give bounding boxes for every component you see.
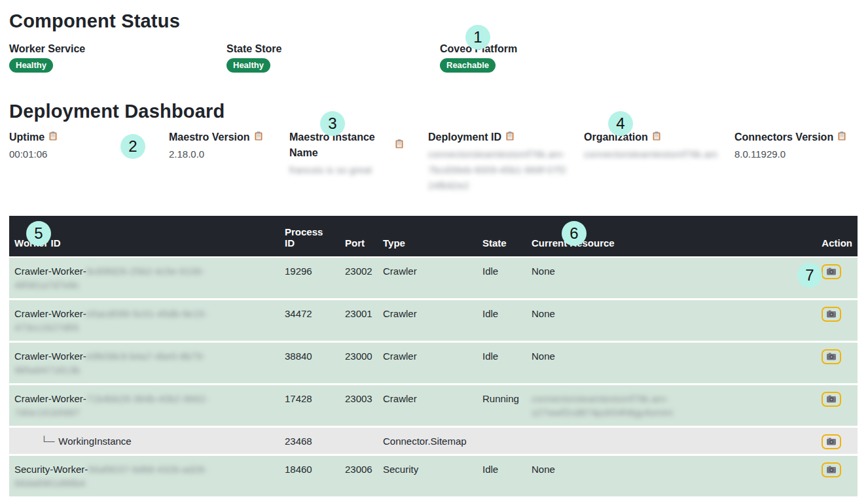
current-resource-cell: None: [526, 300, 813, 342]
snapshot-action-button[interactable]: [822, 462, 841, 477]
field-value: francois is so great: [289, 162, 420, 178]
type-cell: Connector.Sitemap: [378, 427, 477, 455]
table-row: Crawler-Worker-e5acd099-5c01-45db-9e15-4…: [9, 300, 858, 342]
state-cell: [477, 427, 526, 455]
type-cell: Crawler: [378, 342, 477, 385]
action-cell: [813, 385, 858, 427]
table-row: Crawler-Worker-e9fe58c9-b4a7-4be5-8b79-9…: [9, 342, 858, 385]
status-badge: Healthy: [9, 58, 53, 73]
field-label: Connectors Version: [734, 129, 850, 145]
status-badge: Healthy: [226, 58, 270, 73]
status-worker-service: Worker Service Healthy: [9, 43, 226, 72]
field-label-text: Uptime: [9, 129, 45, 145]
current-resource-cell: None: [526, 342, 813, 385]
worker-id-cell: └─WorkingInstance: [9, 427, 280, 455]
worker-id-cell: Crawler-Worker-71b4bb28-384b-40b2-9662-7…: [9, 385, 280, 427]
snapshot-action-button[interactable]: [822, 392, 841, 407]
process-id-cell: 18460: [280, 455, 340, 498]
field-label-text: Deployment ID: [428, 129, 501, 145]
current-resource-cell: [526, 427, 813, 455]
clipboard-icon[interactable]: [653, 129, 660, 145]
clipboard-icon[interactable]: [838, 129, 846, 145]
status-label: State Store: [226, 43, 440, 55]
annotation-circle-6: 6: [562, 221, 587, 246]
port-cell: [340, 427, 378, 455]
current-resource-cell: None: [526, 257, 813, 300]
port-cell: 23000: [340, 342, 378, 385]
status-label: Coveo Platform: [440, 43, 858, 55]
snapshot-action-button[interactable]: [822, 307, 841, 322]
snapshot-action-button[interactable]: [822, 264, 841, 279]
camera-icon: [826, 352, 837, 362]
camera-icon: [826, 465, 837, 475]
current-resource-cell: None: [526, 455, 813, 498]
worker-id-cell: Crawler-Worker-e5acd099-5c01-45db-9e15-4…: [9, 300, 280, 342]
action-cell: [813, 300, 858, 342]
worker-id-cell: Crawler-Worker-e9fe58c9-b4a7-4be5-8b79-9…: [9, 342, 280, 385]
annotation-circle-4: 4: [608, 111, 633, 136]
worker-id-text: Security-Worker-: [14, 464, 88, 475]
clipboard-icon[interactable]: [506, 129, 514, 145]
annotation-circle-3: 3: [320, 111, 345, 136]
snapshot-action-button[interactable]: [822, 434, 841, 449]
field-maestro-version: Maestro Version2.18.0.0: [169, 129, 289, 216]
field-connectors-version: Connectors Version8.0.11929.0: [734, 129, 858, 216]
status-coveo-platform: Coveo Platform Reachable: [440, 43, 858, 72]
field-maestro-instance-name: Maestro Instance Namefrancois is so grea…: [289, 129, 428, 216]
annotation-circle-1: 1: [465, 25, 490, 50]
col-header-type: Type: [378, 216, 477, 257]
type-cell: Security: [378, 455, 477, 498]
col-header-state: State: [477, 216, 526, 257]
clipboard-icon[interactable]: [395, 137, 403, 153]
state-cell: Running: [477, 385, 526, 427]
state-cell: Idle: [477, 455, 526, 498]
table-row: └─WorkingInstance23468Connector.Sitemap: [9, 427, 858, 455]
status-state-store: State Store Healthy: [226, 43, 440, 72]
clipboard-icon[interactable]: [255, 129, 262, 145]
camera-icon: [826, 394, 837, 405]
camera-icon: [826, 267, 837, 277]
component-status-row: Worker Service Healthy State Store Healt…: [9, 43, 858, 72]
process-id-cell: 17428: [280, 385, 340, 427]
col-header-action: Action: [813, 216, 858, 257]
snapshot-action-button[interactable]: [822, 349, 841, 364]
process-id-cell: 19296: [280, 257, 340, 300]
field-value: connectorsteamtestsmf76k.am-7bcd39eb-600…: [428, 146, 569, 194]
worker-id-text: Crawler-Worker-: [14, 266, 86, 277]
workers-table: Worker ID Process ID Port Type State Cur…: [9, 216, 858, 498]
action-cell: [813, 455, 858, 498]
table-row: Crawler-Worker-9c89fd26-25b2-4c5e-9106-4…: [9, 257, 858, 300]
table-row: Crawler-Worker-71b4bb28-384b-40b2-9662-7…: [9, 385, 858, 427]
deployment-dashboard-page: Component Status Worker Service Healthy …: [0, 9, 868, 499]
table-header-row: Worker ID Process ID Port Type State Cur…: [9, 216, 858, 257]
field-value: 2.18.0.0: [169, 146, 281, 162]
annotation-circle-5: 5: [26, 221, 51, 246]
action-cell: [813, 342, 858, 385]
field-label: Maestro Instance Name: [289, 129, 420, 161]
annotation-circle-7: 7: [797, 263, 822, 288]
clipboard-icon[interactable]: [49, 129, 57, 145]
field-value: connectorsteamtestsmf76k.am: [584, 146, 725, 162]
worker-id-text: Crawler-Worker-: [14, 308, 86, 319]
worker-id-text: Crawler-Worker-: [14, 393, 86, 404]
current-resource-redacted: connectorsteamtestsmf76k.am-s27wwf2cd874…: [532, 392, 673, 419]
worker-id-text: WorkingInstance: [58, 436, 131, 447]
process-id-cell: 23468: [280, 427, 340, 455]
field-label-text: Maestro Version: [169, 129, 250, 145]
state-cell: Idle: [477, 342, 526, 385]
process-id-cell: 34472: [280, 300, 340, 342]
field-label: Organization: [584, 129, 727, 145]
deployment-dashboard-title: Deployment Dashboard: [9, 99, 858, 124]
type-cell: Crawler: [378, 385, 477, 427]
worker-id-cell: Security-Worker-56af9037-9d68-432b-ad28-…: [9, 455, 280, 498]
table-row: Security-Worker-56af9037-9d68-432b-ad28-…: [9, 455, 858, 498]
camera-icon: [826, 437, 837, 447]
type-cell: Crawler: [378, 300, 477, 342]
field-label: Maestro Version: [169, 129, 281, 145]
col-header-process-id: Process ID: [280, 216, 340, 257]
port-cell: 23003: [340, 385, 378, 427]
tree-branch-icon: └─: [14, 436, 58, 447]
component-status-title: Component Status: [9, 9, 858, 33]
field-value: 8.0.11929.0: [734, 146, 850, 162]
state-cell: Idle: [477, 300, 526, 342]
